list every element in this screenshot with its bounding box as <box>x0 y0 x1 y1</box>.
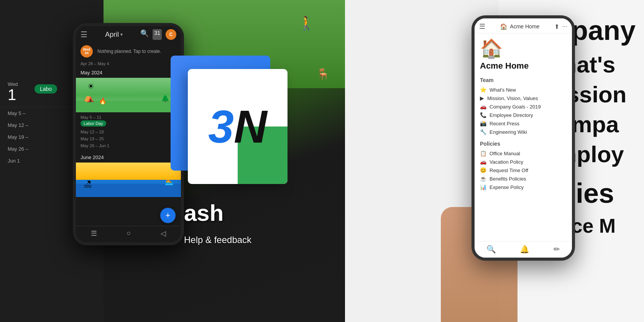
company-goals-label: Company Goals - 2019 <box>490 104 541 110</box>
notion-employee-dir-item[interactable]: 📞 Employee Directory <box>480 111 567 119</box>
may-week-rows: May 5 – 11 Labor Day May 12 – 18 May 19 … <box>76 112 181 151</box>
chart-emoji: 📊 <box>480 184 486 190</box>
notion-company-goals-item[interactable]: 🚗 Company Goals - 2019 <box>480 102 567 111</box>
user-avatar[interactable]: C <box>166 29 176 40</box>
notion-content-area: 🏠 Acme Home Team ⭐ What's New ▶ Mission,… <box>475 33 572 241</box>
request-timeoff-label: Request Time Off <box>490 168 528 173</box>
notion-home-emoji: 🏠 <box>500 23 508 30</box>
notion-bottom-nav: 🔍 🔔 ✏ <box>475 241 572 258</box>
notion-expense-item[interactable]: 📊 Expense Policy <box>480 183 567 191</box>
benefits-label: Benefits Policies <box>490 176 526 182</box>
week-range-apr: Apr 28 – May 4 <box>76 60 181 67</box>
notion-header-icons: ⬆ ··· <box>554 23 567 30</box>
week-row-may5: May 5 – 11 Labor Day <box>80 114 176 128</box>
week-row-may26: May 26 – Jun 1 <box>80 142 176 149</box>
notion-page-emoji: 🏠 <box>480 39 567 58</box>
smile-emoji: 😊 <box>480 167 486 173</box>
week-row-may12: May 12 – 18 <box>80 128 176 135</box>
notion-search-icon[interactable]: 🔍 <box>486 245 496 254</box>
sidebar-day-num-1: 1 <box>8 87 27 102</box>
june-2024-block: June 2024 🏖 🏊 <box>76 152 181 197</box>
engineering-wiki-label: Engineering Wiki <box>490 129 527 135</box>
may-2024-block: May 2024 ⛺ 🌲 🔥 ☀ May 5 – 11 Labor Day Ma… <box>76 67 181 151</box>
month-label: April <box>105 31 119 39</box>
star-emoji: ⭐ <box>480 87 486 93</box>
notion-whats-new-item[interactable]: ⭐ What's New <box>480 85 567 94</box>
no-plans-text: Nothing planned. Tap to create. <box>97 49 161 54</box>
notion-title-row: 🏠 Acme Home <box>500 23 539 30</box>
car-emoji: 🚗 <box>480 104 486 110</box>
notion-edit-icon[interactable]: ✏ <box>554 245 560 254</box>
today-label: Wed24 <box>83 48 90 55</box>
office-manual-label: Office Manual <box>490 151 520 156</box>
dash-text: ash <box>184 200 223 226</box>
week-row-may19: May 19 – 25 <box>80 135 176 142</box>
expense-label: Expense Policy <box>490 184 524 190</box>
notion-recent-press-item[interactable]: 📸 Recent Press <box>480 119 567 128</box>
phone-left-screen: ☰ April ▾ 🔍 31 C Wed24 Nothing planned. … <box>76 26 181 242</box>
phone-right: ☰ 🏠 Acme Home ⬆ ··· 🏠 Acme Home Team ⭐ <box>472 15 575 261</box>
nav-home-icon[interactable]: ○ <box>127 229 131 238</box>
wrench-emoji: 🔧 <box>480 129 486 135</box>
coffee-emoji: ☕ <box>480 176 486 182</box>
dropdown-arrow[interactable]: ▾ <box>120 32 123 37</box>
logo-3: 3 <box>208 101 234 152</box>
may-illustration: ⛺ 🌲 🔥 ☀ <box>76 78 181 112</box>
notion-hamburger-icon[interactable]: ☰ <box>479 22 485 31</box>
camera-emoji: 📸 <box>480 120 486 127</box>
nav-back-icon[interactable]: ◁ <box>161 229 166 238</box>
play-emoji: ▶ <box>480 95 484 101</box>
team-section-label: Team <box>480 77 567 83</box>
logo-n: N <box>234 101 267 152</box>
header-icons: 🔍 31 C <box>140 29 176 40</box>
phone-bottom-nav: ☰ ○ ◁ <box>76 226 181 242</box>
whats-new-label: What's New <box>490 87 516 93</box>
nav-menu-icon[interactable]: ☰ <box>91 229 97 238</box>
day-header: Wed24 Nothing planned. Tap to create. <box>76 43 181 60</box>
search-icon[interactable]: 🔍 <box>140 29 149 40</box>
fab-add-button[interactable]: + <box>160 208 176 223</box>
calendar-view-icon[interactable]: 31 <box>153 29 162 40</box>
notion-vacation-policy-item[interactable]: 🚗 Vacation Policy <box>480 158 567 166</box>
notion-header: ☰ 🏠 Acme Home ⬆ ··· <box>475 18 572 33</box>
phone-left-header: ☰ April ▾ 🔍 31 C <box>76 26 181 43</box>
clipboard-emoji: 📋 <box>480 150 486 156</box>
sidebar-labor-day-event[interactable]: Labo <box>34 84 57 94</box>
phone-left: ☰ April ▾ 🔍 31 C Wed24 Nothing planned. … <box>73 23 184 245</box>
june-illustration: 🏖 🏊 <box>76 163 181 197</box>
share-icon[interactable]: ⬆ <box>554 23 559 30</box>
notion-request-timeoff-item[interactable]: 😊 Request Time Off <box>480 166 567 174</box>
telephone-emoji: 📞 <box>480 112 486 118</box>
mission-label: Mission, Vision, Values <box>487 95 538 101</box>
notion-mission-item[interactable]: ▶ Mission, Vision, Values <box>480 94 567 102</box>
phone-right-screen: ☰ 🏠 Acme Home ⬆ ··· 🏠 Acme Home Team ⭐ <box>475 18 572 258</box>
june-header: June 2024 <box>76 152 181 163</box>
today-circle: Wed24 <box>80 45 93 58</box>
hamburger-icon[interactable]: ☰ <box>80 30 87 39</box>
notion-bell-icon[interactable]: 🔔 <box>520 245 529 254</box>
employee-dir-label: Employee Directory <box>490 112 533 118</box>
logo-3n-text: 3N <box>208 104 267 150</box>
calendar-title: April ▾ <box>105 31 123 39</box>
help-feedback-text: Help & feedback <box>184 235 251 245</box>
recent-press-label: Recent Press <box>490 121 519 127</box>
center-logo-wrapper: 3N ash Help & feedback <box>176 61 299 207</box>
logo-paper: 3N <box>188 69 288 184</box>
vacation-policy-label: Vacation Policy <box>490 159 523 165</box>
notion-engineering-wiki-item[interactable]: 🔧 Engineering Wiki <box>480 128 567 136</box>
notion-office-manual-item[interactable]: 📋 Office Manual <box>480 149 567 158</box>
right-background: Company ⭐ What's 🚩 Mission 🚗 Compa 📞 Emp… <box>345 0 644 322</box>
notion-page-title-header: Acme Home <box>510 23 539 30</box>
more-icon[interactable]: ··· <box>562 23 567 30</box>
may-header: May 2024 <box>76 67 181 78</box>
policies-section-label: Policies <box>480 141 567 147</box>
labor-day-badge[interactable]: Labor Day <box>80 120 106 127</box>
notion-page-title: Acme Home <box>480 61 567 71</box>
car-vacation-emoji: 🚗 <box>480 159 486 165</box>
notion-benefits-item[interactable]: ☕ Benefits Policies <box>480 174 567 183</box>
